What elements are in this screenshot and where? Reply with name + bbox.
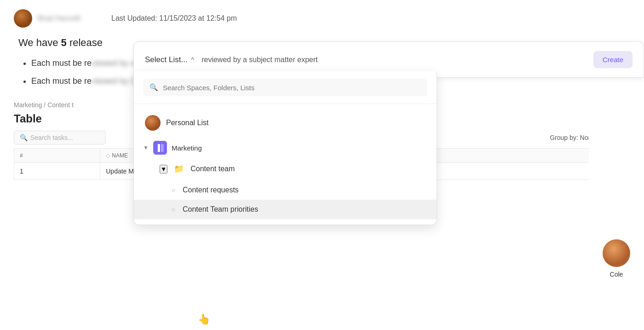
marketing-label: Marketing [172,144,202,152]
chevron-up-icon: ^ [191,56,195,64]
list-item-icon-1: ○ [170,186,177,194]
content-requests-item[interactable]: ○ Content requests [134,180,437,200]
search-icon: 🔍 [20,134,28,141]
dropdown-panel: 🔍 Personal List ▼ ▐║ Marketing ▼ 📁 Conte… [133,71,437,225]
row-number: 1 [14,163,100,180]
cole-avatar [603,239,630,267]
marketing-chevron[interactable]: ▼ [143,145,149,151]
col-number: # [14,149,100,163]
select-list-trigger[interactable]: Select List... ^ [145,55,194,64]
header-row: Brad Harvoth Last Updated: 11/15/2023 at… [14,9,630,28]
cole-name: Cole [610,271,623,278]
personal-list-avatar [145,115,161,131]
content-team-label: Content team [190,165,235,173]
search-section: 🔍 [134,71,437,104]
search-icon: 🔍 [150,83,158,92]
task-search[interactable]: 🔍 Search tasks... [14,131,106,145]
search-input-row[interactable]: 🔍 [143,79,427,96]
list-items: Personal List ▼ ▐║ Marketing ▼ 📁 Content… [134,104,437,225]
folder-icon: 📁 [173,163,185,175]
last-updated-text: Last Updated: 11/15/2023 at 12:54 pm [111,14,237,23]
content-team-priorities-item[interactable]: ○ Content Team priorities [134,200,437,219]
create-button[interactable]: Create [593,51,632,68]
search-input[interactable] [163,84,421,92]
content-team-chevron[interactable]: ▼ [160,165,167,174]
content-team-priorities-label: Content Team priorities [183,205,258,214]
personal-list-item[interactable]: Personal List [134,110,437,136]
select-list-subtitle: reviewed by a subject matter expert [201,56,586,64]
list-item-icon-2: ○ [170,206,177,213]
avatar [14,9,32,28]
content-team-item[interactable]: ▼ 📁 Content team [134,157,437,180]
marketing-symbol: ▐║ [155,144,165,151]
search-placeholder: Search tasks... [30,134,73,141]
marketing-section[interactable]: ▼ ▐║ Marketing [134,136,437,157]
marketing-icon: ▐║ [153,141,167,155]
select-list-label: Select List... [145,55,188,64]
name-col-icon: ◇ [106,152,110,159]
content-requests-label: Content requests [183,186,239,194]
user-name: Brad Harvoth [38,14,102,23]
personal-list-label: Personal List [166,119,209,127]
